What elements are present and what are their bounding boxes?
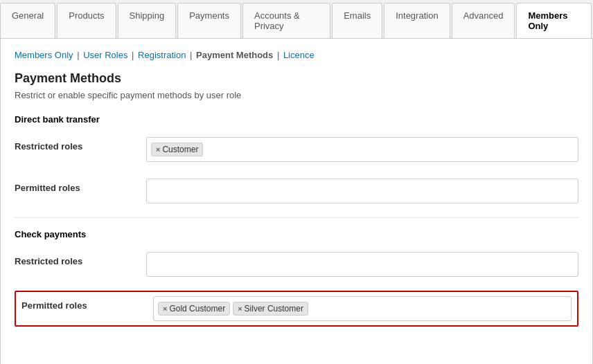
tag-input-box-0-1[interactable] (146, 179, 578, 203)
breadcrumb-link-licence[interactable]: Licence (283, 50, 315, 60)
form-field-1-0[interactable] (146, 252, 578, 277)
form-row-0-0: Restricted roles× Customer (15, 134, 578, 165)
tab-members-only[interactable]: Members Only (516, 3, 592, 38)
tag-label: Customer (162, 145, 198, 154)
breadcrumb-separator: | (75, 50, 82, 60)
tab-emails[interactable]: Emails (332, 3, 382, 38)
form-field-0-1[interactable] (146, 179, 578, 203)
form-row-0-1: Permitted roles (15, 176, 578, 206)
tag-input-box-1-1[interactable]: × Gold Customer× Silver Customer (153, 296, 572, 321)
tab-integration[interactable]: Integration (384, 3, 450, 38)
tag-input-box-0-0[interactable]: × Customer (146, 137, 578, 162)
tabs-bar: GeneralProductsShippingPaymentsAccounts … (0, 0, 593, 39)
form-label-1-0: Restricted roles (15, 252, 146, 266)
form-field-0-0[interactable]: × Customer (146, 137, 578, 162)
tag-remove-icon[interactable]: × (238, 304, 242, 313)
tag-remove-icon[interactable]: × (163, 304, 167, 313)
tab-accounts--privacy[interactable]: Accounts & Privacy (242, 3, 330, 38)
subsection-title-0: Direct bank transfer (15, 114, 578, 125)
tab-payments[interactable]: Payments (177, 3, 241, 38)
form-label-0-0: Restricted roles (15, 137, 146, 152)
tab-shipping[interactable]: Shipping (118, 3, 177, 38)
form-label-0-1: Permitted roles (15, 179, 146, 193)
breadcrumb-separator-trailing: | (274, 50, 282, 60)
page-title: Payment Methods (15, 71, 578, 86)
highlighted-form-row-1-1: Permitted roles× Gold Customer× Silver C… (15, 291, 578, 327)
tag-label: Gold Customer (169, 304, 225, 313)
content-area: Members Only | User Roles | Registration… (0, 39, 593, 364)
breadcrumb-link-0[interactable]: Members Only (15, 50, 73, 60)
tag-input-box-1-0[interactable] (146, 252, 578, 277)
section-divider (15, 217, 578, 218)
breadcrumb-link-2[interactable]: Registration (138, 50, 186, 60)
breadcrumb: Members Only | User Roles | Registration… (15, 50, 578, 60)
tag-1-1-0[interactable]: × Gold Customer (158, 302, 230, 316)
tag-label: Silver Customer (245, 304, 303, 313)
tag-0-0-0[interactable]: × Customer (151, 143, 203, 156)
sections-container: Direct bank transferRestricted roles× Cu… (15, 114, 578, 327)
page-description: Restrict or enable specific payment meth… (15, 90, 578, 100)
tag-remove-icon[interactable]: × (156, 145, 160, 154)
tab-general[interactable]: General (0, 3, 55, 38)
breadcrumb-current: Payment Methods (196, 50, 273, 60)
form-label-1-1: Permitted roles (21, 296, 153, 311)
subsection-title-1: Check payments (15, 229, 578, 239)
form-field-1-1[interactable]: × Gold Customer× Silver Customer (153, 296, 572, 321)
tab-advanced[interactable]: Advanced (452, 3, 515, 38)
tab-products[interactable]: Products (57, 3, 116, 38)
breadcrumb-separator: | (187, 50, 195, 60)
form-row-1-0: Restricted roles (15, 249, 578, 280)
breadcrumb-separator: | (129, 50, 136, 60)
tag-1-1-1[interactable]: × Silver Customer (233, 302, 308, 316)
breadcrumb-link-1[interactable]: User Roles (83, 50, 127, 60)
